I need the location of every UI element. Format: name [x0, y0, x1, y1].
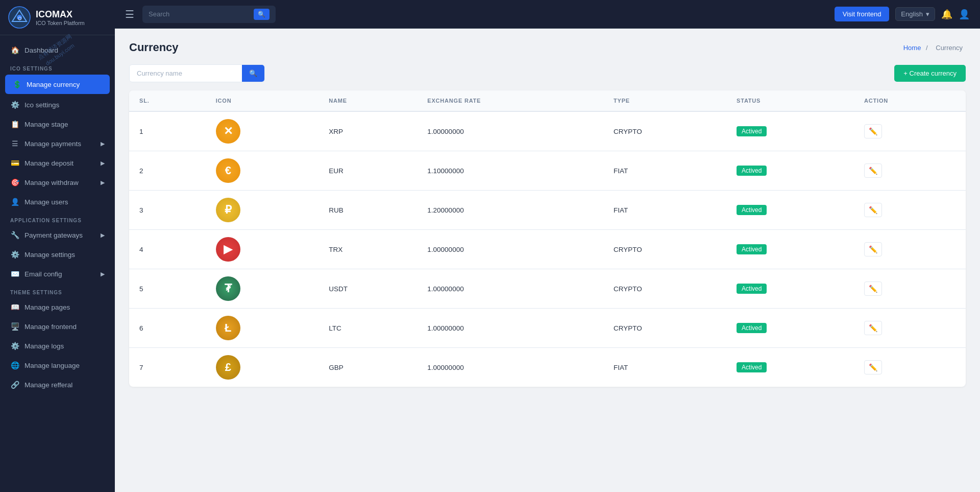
- cell-icon: €: [206, 151, 318, 191]
- hamburger-icon[interactable]: ☰: [125, 8, 134, 20]
- language-value: English: [901, 10, 923, 18]
- notifications-icon[interactable]: 🔔: [941, 9, 952, 20]
- manage-payments-icon: ☰: [10, 139, 19, 148]
- col-action: ACTION: [854, 90, 966, 111]
- cell-type: CRYPTO: [603, 230, 726, 269]
- currency-search-input[interactable]: [130, 65, 242, 81]
- table-body: 1 ✕ XRP 1.00000000 CRYPTO Actived ✏️ 2 €…: [129, 111, 966, 387]
- chevron-down-icon: ▾: [926, 10, 929, 18]
- cell-action: ✏️: [854, 348, 966, 387]
- cell-status: Actived: [726, 111, 854, 151]
- edit-button[interactable]: ✏️: [864, 360, 882, 374]
- cell-name: XRP: [318, 111, 417, 151]
- manage-language-label: Manage language: [24, 362, 80, 369]
- col-status: STATUS: [726, 90, 854, 111]
- breadcrumb-current: Currency: [936, 44, 963, 52]
- sidebar-item-manage-pages[interactable]: 📖 Manage pages: [0, 297, 115, 317]
- currency-icon: €: [216, 158, 240, 183]
- edit-button[interactable]: ✏️: [864, 124, 882, 138]
- currency-table-card: SL. ICON NAME EXCHANGE RATE TYPE STATUS …: [129, 90, 966, 387]
- search-submit-button[interactable]: 🔍: [254, 9, 270, 20]
- status-badge: Actived: [737, 362, 767, 372]
- cell-icon: ▶: [206, 230, 318, 269]
- breadcrumb-home[interactable]: Home: [903, 44, 921, 52]
- create-currency-button[interactable]: + Create currency: [894, 65, 966, 82]
- sidebar-item-dashboard[interactable]: 🏠 Dashboard: [0, 40, 115, 60]
- payment-gateways-arrow: ▶: [101, 232, 105, 239]
- currency-icon: ₮: [216, 276, 240, 301]
- cell-icon: £: [206, 348, 318, 387]
- sidebar-item-manage-stage[interactable]: 📋 Manage stage: [0, 114, 115, 134]
- manage-language-icon: 🌐: [10, 361, 19, 370]
- sidebar-nav: 🏠 Dashboard ICO SETTINGS 💲 Manage curren…: [0, 35, 115, 492]
- user-icon[interactable]: 👤: [959, 9, 970, 20]
- breadcrumb: Home / Currency: [903, 44, 966, 52]
- cell-action: ✏️: [854, 309, 966, 348]
- manage-settings-icon: ⚙️: [10, 250, 19, 259]
- edit-button[interactable]: ✏️: [864, 282, 882, 296]
- sidebar-item-payment-gateways[interactable]: 🔧 Payment gateways ▶: [0, 225, 115, 245]
- table-row: 4 ▶ TRX 1.00000000 CRYPTO Actived ✏️: [129, 230, 966, 269]
- sidebar-item-email-config[interactable]: ✉️ Email config ▶: [0, 264, 115, 284]
- sidebar-item-manage-deposit[interactable]: 💳 Manage deposit ▶: [0, 153, 115, 173]
- section-app-settings: APPLICATION SETTINGS: [0, 212, 115, 225]
- search-box: 🔍: [142, 6, 276, 23]
- cell-action: ✏️: [854, 230, 966, 269]
- cell-status: Actived: [726, 348, 854, 387]
- cell-action: ✏️: [854, 111, 966, 151]
- manage-deposit-arrow: ▶: [101, 160, 105, 167]
- col-type: TYPE: [603, 90, 726, 111]
- edit-button[interactable]: ✏️: [864, 163, 882, 178]
- topbar: ☰ 🔍 Visit frontend English ▾ 🔔 👤: [115, 0, 980, 29]
- table-row: 5 ₮ USDT 1.00000000 CRYPTO Actived ✏️: [129, 269, 966, 309]
- main-area: ☰ 🔍 Visit frontend English ▾ 🔔 👤 Currenc…: [115, 0, 980, 492]
- edit-button[interactable]: ✏️: [864, 242, 882, 256]
- sidebar-item-manage-currency[interactable]: 💲 Manage currency: [5, 75, 110, 94]
- sidebar-item-manage-payments[interactable]: ☰ Manage payments ▶: [0, 134, 115, 153]
- currency-search-button[interactable]: 🔍: [242, 65, 264, 82]
- sidebar-item-manage-users[interactable]: 👤 Manage users: [0, 192, 115, 212]
- search-input[interactable]: [149, 10, 251, 18]
- currency-icon: Ł: [216, 316, 240, 340]
- manage-logs-label: Manage logs: [24, 342, 64, 350]
- table-header: SL. ICON NAME EXCHANGE RATE TYPE STATUS …: [129, 90, 966, 111]
- cell-sl: 2: [129, 151, 206, 191]
- sidebar: 点有经济资源网 dou.buyi.com ⬡ ICOMAX ICO Token …: [0, 0, 115, 492]
- language-selector[interactable]: English ▾: [895, 7, 935, 21]
- status-badge: Actived: [737, 166, 767, 176]
- visit-frontend-button[interactable]: Visit frontend: [835, 7, 890, 21]
- section-theme-settings: THEME SETTINGS: [0, 284, 115, 297]
- cell-sl: 1: [129, 111, 206, 151]
- status-badge: Actived: [737, 284, 767, 294]
- cell-action: ✏️: [854, 191, 966, 230]
- ico-settings-icon: ⚙️: [10, 100, 19, 109]
- sidebar-item-ico-settings[interactable]: ⚙️ Ico settings: [0, 95, 115, 114]
- sidebar-item-manage-referral[interactable]: 🔗 Manage refferal: [0, 375, 115, 394]
- sidebar-item-manage-withdraw[interactable]: 🎯 Manage withdraw ▶: [0, 173, 115, 192]
- cell-name: GBP: [318, 348, 417, 387]
- currency-icon: ✕: [216, 119, 240, 144]
- sidebar-item-manage-logs[interactable]: ⚙️ Manage logs: [0, 336, 115, 356]
- payment-gateways-label: Payment gateways: [24, 231, 83, 239]
- logo-name: ICOMAX: [36, 9, 85, 20]
- table-row: 7 £ GBP 1.00000000 FIAT Actived ✏️: [129, 348, 966, 387]
- sidebar-item-manage-language[interactable]: 🌐 Manage language: [0, 356, 115, 375]
- sidebar-item-manage-settings[interactable]: ⚙️ Manage settings: [0, 245, 115, 264]
- manage-frontend-label: Manage frontend: [24, 323, 77, 331]
- manage-stage-icon: 📋: [10, 120, 19, 129]
- cell-type: CRYPTO: [603, 309, 726, 348]
- cell-sl: 5: [129, 269, 206, 309]
- cell-icon: Ł: [206, 309, 318, 348]
- manage-frontend-icon: 🖥️: [10, 322, 19, 331]
- dashboard-label: Dashboard: [24, 46, 58, 54]
- cell-name: EUR: [318, 151, 417, 191]
- sidebar-item-manage-frontend[interactable]: 🖥️ Manage frontend: [0, 317, 115, 336]
- edit-button[interactable]: ✏️: [864, 203, 882, 217]
- cell-status: Actived: [726, 269, 854, 309]
- cell-icon: ✕: [206, 111, 318, 151]
- edit-button[interactable]: ✏️: [864, 321, 882, 335]
- email-config-icon: ✉️: [10, 269, 19, 278]
- cell-status: Actived: [726, 230, 854, 269]
- currency-icon: £: [216, 355, 240, 380]
- manage-withdraw-arrow: ▶: [101, 179, 105, 186]
